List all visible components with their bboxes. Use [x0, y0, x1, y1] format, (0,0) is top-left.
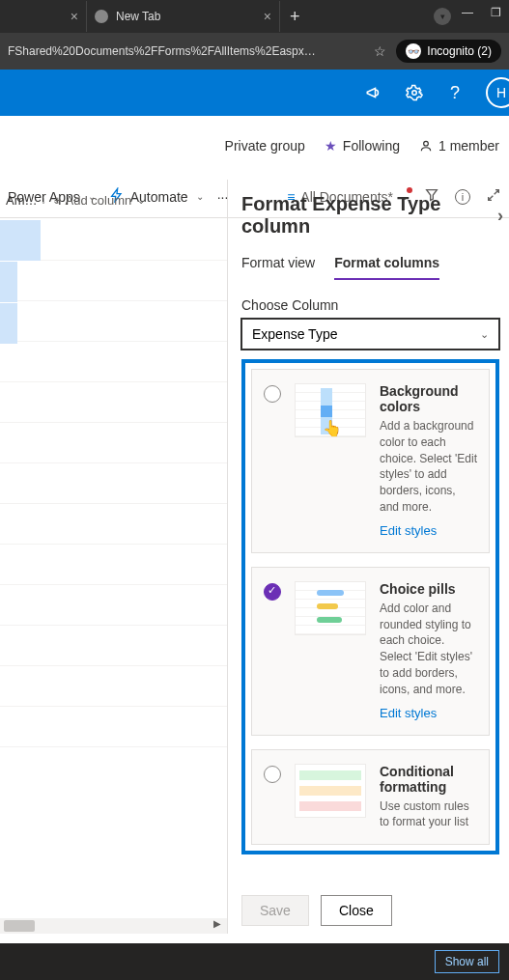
gear-icon[interactable] — [405, 83, 424, 102]
members-link[interactable]: 1 member — [419, 138, 499, 154]
chevron-right-icon[interactable]: › — [497, 206, 503, 226]
chevron-down-icon: ⌄ — [480, 328, 489, 341]
thumbnail-conditional — [295, 764, 366, 818]
chevron-down-icon: ⌄ — [137, 195, 145, 206]
card-description: Add color and rounded styling to each ch… — [380, 601, 477, 698]
column-header[interactable]: Am… ↓ ⌄ — [0, 193, 48, 208]
column-dropdown[interactable]: Expense Type ⌄ — [241, 319, 499, 350]
browser-tab-1[interactable]: × — [0, 1, 87, 32]
browser-tabstrip: × New Tab × + ▾ — ❐ — [0, 0, 509, 33]
tab-format-columns[interactable]: Format columns — [334, 255, 439, 280]
close-icon[interactable]: × — [71, 9, 78, 24]
choose-column-label: Choose Column — [241, 297, 499, 313]
table-row[interactable] — [0, 262, 17, 303]
svg-point-1 — [424, 141, 429, 146]
panel-title: Format Expense Type column — [241, 193, 497, 238]
thumbnail-background-colors: 👆 — [295, 383, 366, 437]
radio-checked[interactable] — [264, 583, 281, 601]
card-title: Background colors — [380, 383, 477, 414]
show-all-button[interactable]: Show all — [435, 950, 499, 973]
thumbnail-choice-pills — [295, 581, 366, 635]
window-controls: — ❐ — [462, 6, 501, 19]
avatar-initial: H — [496, 85, 506, 100]
person-icon — [419, 139, 433, 153]
format-card-conditional[interactable]: Conditional formatting Use custom rules … — [251, 749, 490, 846]
add-column-button[interactable]: + Add column ⌄ — [48, 193, 151, 208]
panel-footer: Save Close — [241, 895, 392, 926]
format-options-highlight: 👆 Background colors Add a background col… — [241, 359, 499, 854]
avatar[interactable]: H — [486, 77, 509, 108]
scroll-right-icon[interactable]: ▶ — [213, 918, 221, 929]
table-row[interactable] — [0, 303, 17, 345]
member-count: 1 member — [438, 138, 499, 154]
table-row[interactable] — [0, 342, 227, 382]
close-icon[interactable]: × — [264, 9, 271, 24]
table-row[interactable] — [0, 585, 227, 626]
table-row[interactable] — [0, 707, 227, 747]
main-area: Am… ↓ ⌄ + Add column ⌄ — [0, 180, 509, 934]
browser-address-bar: FShared%20Documents%2FForms%2FAllItems%2… — [0, 33, 509, 70]
incognito-badge[interactable]: 👓 Incognito (2) — [396, 40, 501, 63]
new-tab-button[interactable]: + — [280, 7, 310, 27]
browser-tab-2[interactable]: New Tab × — [87, 1, 280, 32]
edit-styles-link[interactable]: Edit styles — [380, 523, 437, 538]
incognito-tab-icon — [95, 10, 108, 23]
column-header-row: Am… ↓ ⌄ + Add column ⌄ — [0, 180, 227, 220]
dropdown-value: Expense Type — [252, 326, 337, 342]
help-icon[interactable]: ? — [445, 83, 465, 102]
scrollbar-thumb[interactable] — [4, 920, 35, 932]
selected-rows — [0, 220, 39, 345]
close-button[interactable]: Close — [321, 895, 392, 926]
bottom-toolbar: Show all — [0, 943, 509, 980]
card-description: Add a background color to each choice. S… — [380, 418, 477, 516]
panel-title-row: Format Expense Type column › — [241, 193, 499, 238]
minimize-button[interactable]: — — [462, 6, 473, 19]
card-title: Conditional formatting — [380, 764, 477, 795]
chevron-down-icon: ▾ — [440, 12, 445, 21]
horizontal-scrollbar[interactable]: ▶ — [0, 918, 227, 934]
svg-point-0 — [412, 91, 417, 96]
profile-icon[interactable]: ▾ — [434, 8, 451, 25]
table-row[interactable] — [0, 545, 227, 585]
radio-unchecked[interactable] — [264, 766, 281, 783]
panel-tabs: Format view Format columns — [241, 255, 499, 280]
maximize-button[interactable]: ❐ — [491, 6, 501, 19]
tab-format-view[interactable]: Format view — [241, 255, 315, 280]
table-row[interactable] — [0, 463, 227, 504]
table-row[interactable] — [0, 220, 41, 262]
incognito-icon: 👓 — [406, 43, 421, 59]
tab-label: New Tab — [116, 10, 160, 23]
follow-label: Following — [343, 138, 400, 154]
add-column-label: Add column — [66, 193, 132, 208]
url-text[interactable]: FShared%20Documents%2FForms%2FAllItems%2… — [8, 44, 364, 58]
format-card-choice-pills[interactable]: Choice pills Add color and rounded styli… — [251, 567, 490, 736]
plus-icon: + — [54, 193, 62, 208]
column-header-label: Am… — [6, 193, 38, 208]
table-row[interactable] — [0, 666, 227, 707]
private-group-label: Private group — [225, 138, 305, 154]
follow-toggle[interactable]: ★ Following — [325, 138, 400, 154]
format-column-panel: Format Expense Type column › Format view… — [227, 180, 509, 934]
sort-down-icon: ↓ — [42, 195, 46, 206]
edit-styles-link[interactable]: Edit styles — [380, 706, 437, 720]
card-title: Choice pills — [380, 581, 477, 597]
bookmark-star-icon[interactable]: ☆ — [374, 43, 386, 59]
star-icon: ★ — [325, 138, 337, 154]
list-view: Am… ↓ ⌄ + Add column ⌄ — [0, 180, 227, 934]
table-row[interactable] — [0, 504, 227, 545]
save-button: Save — [241, 895, 309, 926]
table-row[interactable] — [0, 423, 227, 463]
card-description: Use custom rules to format your list — [380, 798, 477, 831]
radio-unchecked[interactable] — [264, 385, 281, 403]
table-row[interactable] — [0, 626, 227, 666]
format-card-background-colors[interactable]: 👆 Background colors Add a background col… — [251, 369, 490, 553]
megaphone-icon[interactable] — [364, 83, 383, 102]
site-header: Private group ★ Following 1 member — [0, 116, 509, 176]
incognito-label: Incognito (2) — [427, 44, 492, 58]
table-row[interactable] — [0, 382, 227, 423]
suite-bar: ? H — [0, 70, 509, 116]
